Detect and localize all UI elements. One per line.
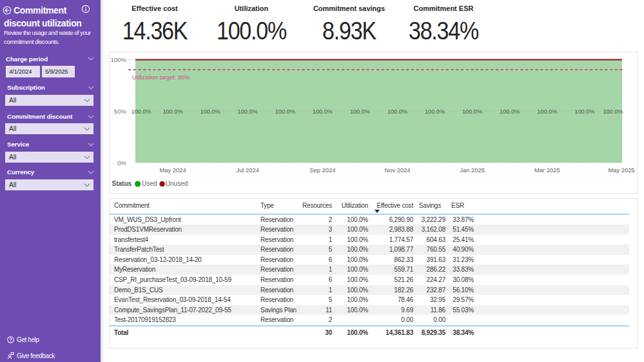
svg-text:100%: 100% [110,56,126,63]
svg-text:Status: Status [112,180,132,187]
svg-text:100.0%: 100.0% [500,108,520,115]
svg-text:100.0%: 100.0% [313,108,333,115]
svg-text:Utilization target: 90%: Utilization target: 90% [132,74,190,81]
svg-text:100.0%: 100.0% [350,108,370,115]
svg-text:May 2024: May 2024 [160,166,186,174]
svg-text:100.0%: 100.0% [425,108,445,115]
svg-text:100.0%: 100.0% [462,108,482,115]
svg-text:Nov 2024: Nov 2024 [384,166,410,174]
svg-text:Mar 2025: Mar 2025 [534,166,560,174]
svg-text:Jul 2024: Jul 2024 [236,166,259,174]
svg-text:Unused: Unused [166,180,188,187]
svg-text:100.0%: 100.0% [574,108,594,115]
svg-text:100.0%: 100.0% [162,108,182,115]
svg-text:100.0%: 100.0% [275,108,295,115]
svg-text:May 2025: May 2025 [608,166,634,174]
svg-text:100.0%: 100.0% [238,108,258,115]
svg-text:100.0%: 100.0% [537,108,557,115]
svg-text:Used: Used [142,180,157,187]
svg-text:100.0%: 100.0% [387,108,407,115]
svg-text:100.0%: 100.0% [200,108,220,115]
svg-text:Sep 2024: Sep 2024 [309,166,335,174]
svg-text:100.0%: 100.0% [131,108,151,115]
svg-text:0%: 0% [117,159,126,166]
svg-text:50%: 50% [114,108,127,115]
svg-text:100.0%: 100.0% [603,108,623,115]
svg-text:Jan 2025: Jan 2025 [460,166,485,174]
